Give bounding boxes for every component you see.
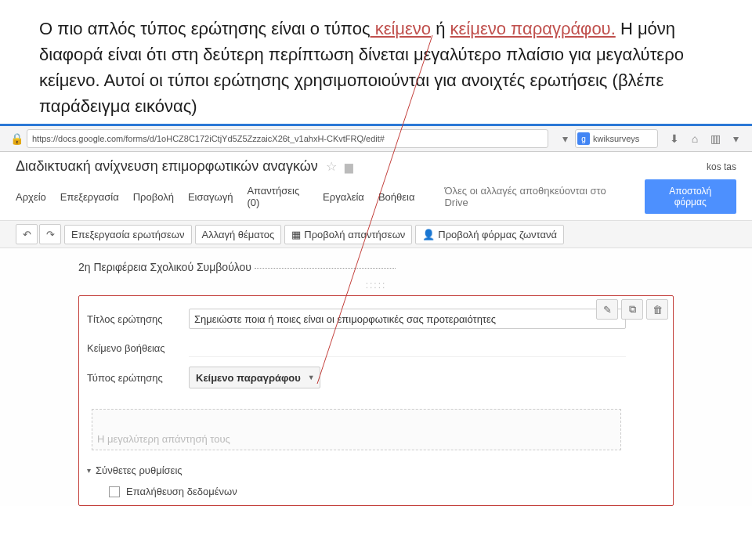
help-text-label: Κείμενο βοήθειας: [87, 342, 189, 354]
search-input[interactable]: [593, 134, 656, 143]
edit-questions-button[interactable]: Επεξεργασία ερωτήσεων: [64, 225, 192, 244]
menu-insert[interactable]: Εισαγωγή: [188, 191, 233, 203]
view-responses-label: Προβολή απαντήσεων: [304, 229, 405, 240]
home-icon[interactable]: ⌂: [686, 130, 703, 147]
caption-part2: ή: [431, 19, 450, 38]
help-text-input[interactable]: [189, 338, 626, 357]
caption-link-paragraph: κείμενο παραγράφου.: [450, 19, 616, 38]
question-type-label: Τύπος ερώτησης: [87, 372, 189, 384]
advanced-settings-toggle[interactable]: ▾ Σύνθετες ρυθμίσεις: [87, 458, 626, 479]
redo-button[interactable]: ↷: [39, 224, 61, 244]
menu-responses[interactable]: Απαντήσεις (0): [247, 185, 309, 208]
browser-window: 🔒 ▾ g ⬇ ⌂ ▥ ▾ Διαδικτυακή ανίχνευση επιμ…: [0, 124, 752, 506]
google-icon: g: [577, 132, 590, 145]
answer-preview-box: Η μεγαλύτερη απάντησή τους: [92, 409, 621, 450]
browser-search[interactable]: g: [575, 129, 658, 148]
edit-questions-label: Επεξεργασία ερωτήσεων: [71, 229, 185, 240]
folder-icon[interactable]: ▆: [345, 161, 353, 173]
view-live-form-button[interactable]: 👤 Προβολή φόρμας ζωντανά: [415, 225, 564, 244]
validate-data-row[interactable]: Επαλήθευση δεδομένων: [87, 479, 626, 497]
question-title-input[interactable]: [189, 309, 626, 329]
caption-part1: Ο πιο απλός τύπος ερώτησης είναι ο τύπος: [39, 19, 371, 38]
dotted-placeholder: [255, 268, 396, 269]
lock-icon: 🔒: [8, 130, 25, 147]
advanced-label: Σύνθετες ρυθμίσεις: [96, 464, 183, 476]
drag-handle-icon[interactable]: :::::: [78, 278, 674, 292]
grid-icon: ▦: [291, 229, 301, 240]
doc-header: Διαδικτυακή ανίχνευση επιμορφωτικών αναγ…: [0, 152, 752, 175]
question-type-value: Κείμενο παραγράφου: [196, 372, 301, 384]
save-status: Όλες οι αλλαγές αποθηκεύονται στο Drive: [444, 185, 616, 208]
question-type-select[interactable]: Κείμενο παραγράφου: [189, 367, 320, 388]
caption-link-keimeno: κείμενο: [371, 19, 432, 38]
section-heading-text: 2η Περιφέρεια Σχολικού Συμβούλου: [78, 261, 251, 273]
menu-edit[interactable]: Επεξεργασία: [60, 191, 119, 203]
section-heading[interactable]: 2η Περιφέρεια Σχολικού Συμβούλου: [78, 256, 674, 278]
question-title-label: Τίτλος ερώτησης: [87, 313, 189, 325]
delete-icon[interactable]: 🗑: [646, 299, 668, 320]
action-bar: ↶ ↷ Επεξεργασία ερωτήσεων Αλλαγή θέματος…: [0, 220, 752, 248]
user-name[interactable]: kos tas: [707, 161, 736, 172]
instruction-caption: Ο πιο απλός τύπος ερώτησης είναι ο τύπος…: [0, 0, 752, 124]
change-theme-button[interactable]: Αλλαγή θέματος: [195, 225, 282, 244]
doc-title-text: Διαδικτυακή ανίχνευση επιμορφωτικών αναγ…: [16, 158, 318, 175]
undo-button[interactable]: ↶: [16, 224, 38, 244]
checkbox-icon[interactable]: [109, 486, 120, 497]
validate-label: Επαλήθευση δεδομένων: [126, 486, 237, 497]
doc-title[interactable]: Διαδικτυακή ανίχνευση επιμορφωτικών αναγ…: [16, 158, 353, 175]
browser-toolbar: 🔒 ▾ g ⬇ ⌂ ▥ ▾: [0, 126, 752, 152]
download-icon[interactable]: ⬇: [666, 130, 683, 147]
dropdown-icon[interactable]: ▾: [556, 130, 573, 147]
view-responses-button[interactable]: ▦ Προβολή απαντήσεων: [284, 225, 412, 244]
reader-icon[interactable]: ▥: [707, 130, 724, 147]
question-card: ✎ ⧉ 🗑 Τίτλος ερώτησης Κείμενο βοήθειας Τ…: [78, 295, 674, 506]
menu-tools[interactable]: Εργαλεία: [323, 191, 364, 203]
menu-file[interactable]: Αρχείο: [16, 191, 46, 203]
more-icon[interactable]: ▾: [727, 130, 744, 147]
form-editor: 2η Περιφέρεια Σχολικού Συμβούλου ::::: ✎…: [0, 248, 752, 506]
duplicate-icon[interactable]: ⧉: [621, 299, 643, 320]
menu-help[interactable]: Βοήθεια: [378, 191, 415, 203]
menu-bar: Αρχείο Επεξεργασία Προβολή Εισαγωγή Απαν…: [0, 175, 752, 220]
change-theme-label: Αλλαγή θέματος: [202, 229, 275, 240]
star-icon[interactable]: ☆: [326, 159, 337, 174]
person-icon: 👤: [422, 229, 435, 240]
chevron-down-icon: ▾: [87, 466, 91, 475]
view-live-label: Προβολή φόρμας ζωντανά: [438, 229, 557, 240]
answer-preview-text: Η μεγαλύτερη απάντησή τους: [97, 433, 230, 445]
edit-icon[interactable]: ✎: [596, 299, 618, 320]
address-bar[interactable]: [27, 129, 548, 148]
menu-view[interactable]: Προβολή: [133, 191, 174, 203]
send-form-button[interactable]: Αποστολή φόρμας: [645, 179, 737, 214]
